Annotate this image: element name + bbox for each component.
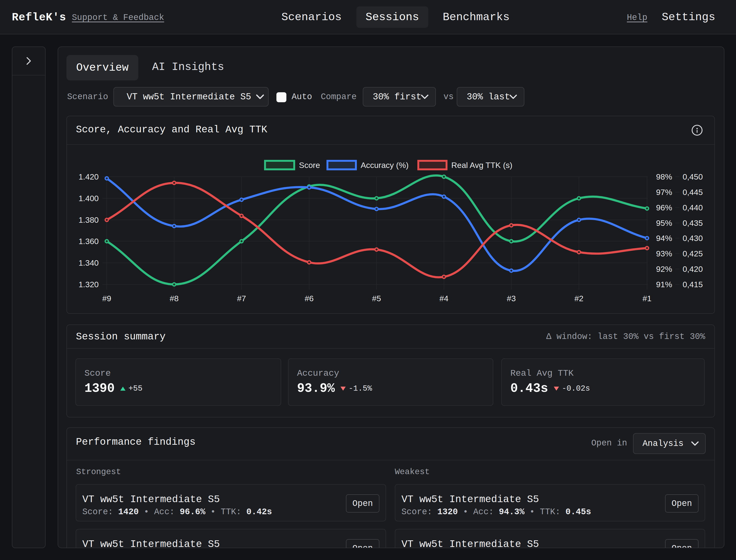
svg-text:Score: Score [299,161,320,170]
svg-text:95%: 95% [656,218,672,227]
svg-text:0,435: 0,435 [683,218,703,227]
svg-text:0,450: 0,450 [683,172,703,181]
svg-text:#7: #7 [237,294,246,303]
svg-text:91%: 91% [656,280,672,289]
svg-text:Accuracy (%): Accuracy (%) [360,161,409,170]
svg-text:1.420: 1.420 [78,172,99,181]
svg-text:97%: 97% [656,188,672,197]
svg-text:98%: 98% [656,172,672,181]
svg-text:1.360: 1.360 [78,237,99,246]
svg-text:#5: #5 [372,294,381,303]
svg-text:#8: #8 [170,294,179,303]
svg-text:Real Avg TTK (s): Real Avg TTK (s) [451,161,513,170]
svg-text:0,440: 0,440 [683,203,703,212]
svg-text:92%: 92% [656,264,672,273]
svg-text:#6: #6 [305,294,314,303]
svg-text:0,420: 0,420 [683,264,703,273]
svg-text:96%: 96% [656,203,672,212]
svg-text:1.380: 1.380 [78,215,99,224]
svg-text:#9: #9 [102,294,111,303]
svg-text:1.320: 1.320 [78,280,99,289]
svg-text:94%: 94% [656,234,672,243]
svg-text:1.400: 1.400 [78,194,99,203]
svg-text:0,445: 0,445 [683,188,703,197]
svg-text:#1: #1 [643,294,652,303]
svg-text:0,415: 0,415 [683,280,703,289]
svg-text:#3: #3 [507,294,516,303]
svg-text:#2: #2 [574,294,584,303]
svg-text:0,425: 0,425 [683,249,703,258]
svg-text:#4: #4 [440,294,449,303]
svg-text:1.340: 1.340 [78,258,99,267]
svg-text:93%: 93% [656,249,672,258]
svg-text:0,430: 0,430 [683,234,703,243]
